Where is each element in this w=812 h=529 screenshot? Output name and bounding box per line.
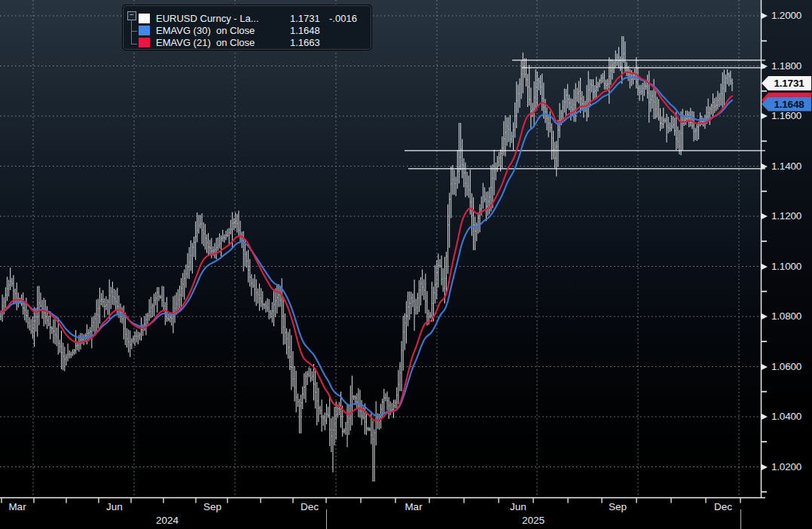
legend-tree-line <box>131 20 132 44</box>
legend-item-eurusd[interactable]: EURUSD Curncy - La... 1.1731 -.0016 <box>139 13 357 24</box>
y-axis-arrow-icon <box>762 213 768 219</box>
emavg30-line[interactable] <box>1 77 732 416</box>
y-axis-arrow-icon <box>762 264 768 270</box>
legend-collapse-icon[interactable]: − <box>127 11 136 20</box>
y-axis-arrow-icon <box>762 414 768 420</box>
legend-item-change: -.0016 <box>329 13 357 24</box>
chart-window: − EURUSD Curncy - La... 1.1731 -.0016 EM… <box>0 0 812 529</box>
y-axis-arrow-icon <box>762 464 768 470</box>
month-label: Jun <box>510 501 527 512</box>
y-axis-label: 1.0400 <box>771 411 801 422</box>
y-axis-arrow-icon <box>762 13 768 19</box>
y-axis-arrow-icon <box>762 364 768 370</box>
legend-tree-branch <box>131 31 137 32</box>
price-bars-series[interactable] <box>1 36 732 482</box>
legend-item-emavg21[interactable]: EMAVG (21) on Close 1.1663 <box>139 37 329 48</box>
legend-item-value: 1.1648 <box>290 25 329 36</box>
y-axis-label: 1.0200 <box>771 461 801 472</box>
emavg30-price-tag: 1.1648 <box>762 97 811 112</box>
emavg30-series-swatch-icon <box>139 26 150 35</box>
y-axis-label: 1.0800 <box>771 310 801 322</box>
y-axis-arrow-icon <box>762 63 768 69</box>
month-label: Mar <box>8 501 26 512</box>
month-label: Mar <box>404 501 422 512</box>
legend-item-emavg30[interactable]: EMAVG (30) on Close 1.1648 <box>139 25 329 36</box>
year-label: 2024 <box>156 515 179 526</box>
last-price-tag: 1.1731 <box>762 76 811 90</box>
month-label: Sep <box>203 501 221 512</box>
month-label: Dec <box>714 501 732 512</box>
month-label: Jun <box>106 501 123 512</box>
year-label: 2025 <box>522 515 545 526</box>
y-axis-arrow-icon <box>762 164 768 170</box>
chart-canvas[interactable] <box>0 0 812 529</box>
y-axis-label: 1.0600 <box>771 361 801 372</box>
legend-tree-branch <box>131 44 137 44</box>
y-axis-arrow-icon <box>762 113 768 119</box>
y-axis-label: 1.2000 <box>771 10 801 21</box>
close-ticks-layer <box>1 54 733 439</box>
y-axis-label: 1.1200 <box>771 210 801 222</box>
emavg21-series-swatch-icon <box>139 38 150 47</box>
month-label: Sep <box>609 501 627 512</box>
year-separator <box>740 509 741 529</box>
y-axis-label: 1.1800 <box>771 60 801 72</box>
legend-item-label: EMAVG (30) on Close <box>156 25 290 36</box>
year-separator <box>326 509 327 529</box>
y-axis-arrow-icon <box>762 313 768 320</box>
legend-item-value: 1.1731 <box>290 13 329 24</box>
legend-item-value: 1.1663 <box>290 37 329 48</box>
emavg21-line[interactable] <box>1 72 732 421</box>
legend-box[interactable]: − EURUSD Curncy - La... 1.1731 -.0016 EM… <box>123 5 371 50</box>
y-axis-label: 1.1000 <box>771 261 801 272</box>
eurusd-series-swatch-icon <box>139 14 150 23</box>
legend-item-label: EURUSD Curncy - La... <box>156 13 290 24</box>
month-label: Dec <box>301 501 319 512</box>
y-axis-label: 1.1400 <box>771 161 801 172</box>
y-axis-label: 1.1600 <box>771 110 801 121</box>
legend-item-label: EMAVG (21) on Close <box>156 37 290 48</box>
